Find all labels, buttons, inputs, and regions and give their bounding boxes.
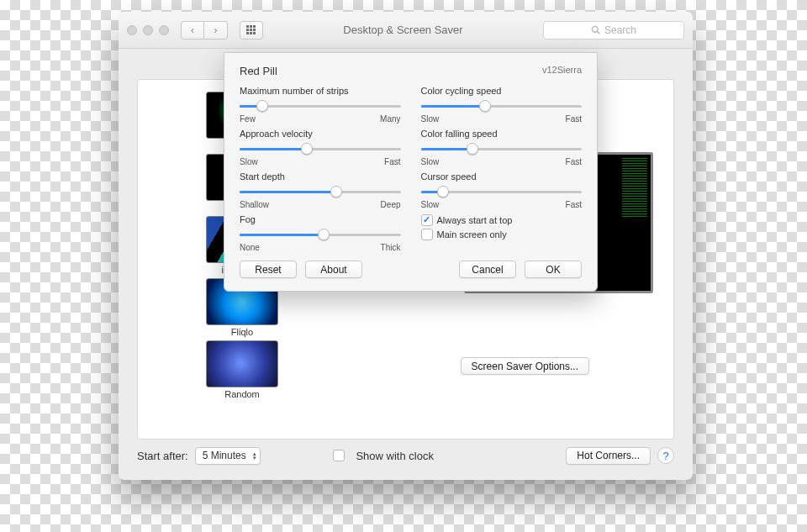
grid-icon xyxy=(246,25,256,35)
slider-left-1: Approach velocity SlowFast xyxy=(240,129,401,166)
window-title: Desktop & Screen Saver xyxy=(270,24,536,36)
bottom-bar: Start after: 5 Minutes ▴▾ Show with cloc… xyxy=(137,445,674,466)
slider-track[interactable] xyxy=(421,185,583,198)
sheet-title: Red Pill xyxy=(240,65,277,77)
slider-left-0: Maximum number of strips FewMany xyxy=(240,86,401,124)
help-button[interactable]: ? xyxy=(657,447,674,464)
check-0: Always start at top xyxy=(421,214,583,226)
show-with-clock-label: Show with clock xyxy=(356,450,433,462)
minimize-dot[interactable] xyxy=(143,25,153,35)
ss-item-random[interactable]: Random xyxy=(150,340,335,399)
thumb-random xyxy=(206,340,278,387)
start-after-label: Start after: xyxy=(137,450,188,462)
svg-point-0 xyxy=(592,26,598,32)
options-sheet: Red Pill v12Sierra Maximum number of str… xyxy=(224,52,598,292)
start-after-select[interactable]: 5 Minutes ▴▾ xyxy=(195,447,261,465)
hot-corners-button[interactable]: Hot Corners... xyxy=(566,447,651,465)
slider-left-2: Start depth ShallowDeep xyxy=(240,171,401,209)
chevron-updown-icon: ▴▾ xyxy=(253,451,256,460)
slider-track[interactable] xyxy=(421,99,583,113)
slider-right-1: Color falling speed SlowFast xyxy=(421,129,583,166)
forward-button[interactable]: › xyxy=(204,21,228,40)
prefs-window: ‹ › Desktop & Screen Saver Search Flurry… xyxy=(119,12,693,480)
zoom-dot[interactable] xyxy=(159,25,169,35)
slider-track[interactable] xyxy=(240,228,401,241)
sheet-left-col: Maximum number of strips FewMany Approac… xyxy=(240,86,401,257)
checkbox-0[interactable] xyxy=(421,214,433,226)
search-placeholder: Search xyxy=(604,24,636,36)
nav-buttons: ‹ › xyxy=(181,21,228,40)
sheet-right-col: Color cycling speed SlowFast Color falli… xyxy=(421,86,583,257)
sheet-version: v12Sierra xyxy=(542,65,582,77)
screensaver-options-button[interactable]: Screen Saver Options... xyxy=(461,357,589,375)
titlebar: ‹ › Desktop & Screen Saver Search xyxy=(119,12,693,49)
traffic-lights xyxy=(127,25,169,35)
show-with-clock-checkbox[interactable] xyxy=(333,450,345,461)
svg-line-1 xyxy=(598,32,600,34)
back-button[interactable]: ‹ xyxy=(181,21,204,40)
slider-track[interactable] xyxy=(240,142,401,155)
close-dot[interactable] xyxy=(127,25,137,35)
about-button[interactable]: About xyxy=(305,261,362,278)
slider-track[interactable] xyxy=(240,185,401,198)
check-1: Main screen only xyxy=(421,229,583,240)
show-all-button[interactable] xyxy=(240,21,263,40)
slider-right-0: Color cycling speed SlowFast xyxy=(421,86,583,124)
ok-button[interactable]: OK xyxy=(525,261,582,278)
slider-left-3: Fog NoneThick xyxy=(240,214,401,252)
slider-track[interactable] xyxy=(421,142,583,155)
search-icon xyxy=(591,25,600,34)
slider-right-2: Cursor speed SlowFast xyxy=(421,171,583,209)
checkbox-1[interactable] xyxy=(421,229,433,240)
reset-button[interactable]: Reset xyxy=(240,261,297,278)
search-field[interactable]: Search xyxy=(543,21,684,40)
slider-track[interactable] xyxy=(240,99,401,113)
cancel-button[interactable]: Cancel xyxy=(459,261,516,278)
